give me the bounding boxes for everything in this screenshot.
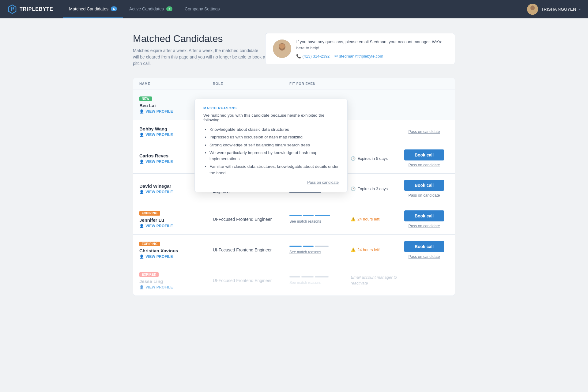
view-profile-link[interactable]: 👤 VIEW PROFILE bbox=[139, 254, 213, 259]
book-call-button[interactable]: Book call bbox=[404, 149, 444, 160]
candidate-info: EXPIRING Jennifer Lu 👤 VIEW PROFILE bbox=[139, 210, 213, 228]
list-item: Impressed us with discussion of hash map… bbox=[209, 134, 339, 140]
table-row: NEW Bec Lai 👤 VIEW PROFILE Generalist, U… bbox=[133, 89, 455, 120]
email-manager-text: Email account manager to reactivate bbox=[351, 275, 400, 286]
list-item: Familiar with classic data structures, k… bbox=[209, 164, 339, 176]
svg-point-4 bbox=[530, 6, 535, 10]
actions-column: Book call Pass on candidate bbox=[400, 241, 449, 259]
tab-company-settings[interactable]: Company Settings bbox=[179, 0, 226, 18]
phone-icon: 📞 bbox=[296, 54, 301, 58]
view-profile-link[interactable]: 👤 VIEW PROFILE bbox=[139, 285, 213, 289]
manager-phone-link[interactable]: 📞 (413) 314-2392 bbox=[296, 54, 330, 58]
manager-avatar bbox=[273, 40, 291, 58]
candidate-role: UI-Focused Frontend Engineer bbox=[213, 217, 289, 222]
page-subtitle: Matches expire after a week. After a wee… bbox=[133, 47, 265, 67]
popup-pass-link[interactable]: Pass on candidate bbox=[203, 180, 339, 185]
fit-bar-2 bbox=[303, 215, 314, 216]
user-icon: 👤 bbox=[139, 133, 144, 137]
list-item: Strong knowledge of self balancing binar… bbox=[209, 142, 339, 148]
navbar: TRIPLEBYTE Matched Candidates 6 Active C… bbox=[0, 0, 588, 18]
user-icon: 👤 bbox=[139, 190, 144, 194]
main-content: Matched Candidates Matches expire after … bbox=[126, 18, 462, 320]
pass-candidate-button[interactable]: Pass on candidate bbox=[409, 224, 440, 228]
candidate-name: Jennifer Lu bbox=[139, 217, 213, 223]
pass-candidate-button[interactable]: Pass on candidate bbox=[409, 163, 440, 167]
clock-icon: 🕐 bbox=[351, 187, 356, 191]
nav-tabs: Matched Candidates 6 Active Candidates 7… bbox=[63, 0, 527, 18]
manager-phone: (413) 314-2392 bbox=[302, 54, 330, 58]
see-match-reasons-link: See match reasons bbox=[289, 281, 351, 285]
col-role: ROLE bbox=[213, 82, 289, 85]
view-profile-link[interactable]: 👤 VIEW PROFILE bbox=[139, 224, 213, 228]
tab-matched-candidates[interactable]: Matched Candidates 6 bbox=[63, 0, 123, 18]
popup-reasons-list: Knowledgable about classic data structur… bbox=[203, 126, 339, 176]
fit-bar-1 bbox=[289, 276, 300, 277]
fit-bars bbox=[289, 215, 351, 216]
expires-text: ⚠️ 24 hours left! bbox=[351, 217, 400, 221]
table-header: NAME ROLE FIT FOR EVEN bbox=[133, 78, 455, 89]
user-icon: 👤 bbox=[139, 224, 144, 228]
svg-point-9 bbox=[279, 44, 285, 49]
fit-bars bbox=[289, 276, 351, 277]
list-item: We were particularly impressed by knowle… bbox=[209, 150, 339, 162]
user-menu[interactable]: TRISHA NGUYEN ▾ bbox=[527, 4, 581, 15]
fit-bar-1 bbox=[289, 215, 302, 216]
fit-bars bbox=[289, 246, 351, 247]
active-badge: 7 bbox=[166, 6, 172, 11]
fit-bar-2 bbox=[301, 276, 314, 277]
manager-avatar-image bbox=[273, 40, 291, 58]
actions-column: Book call Pass on candidate bbox=[400, 149, 449, 167]
manager-email-link[interactable]: ✉ stedman@triplebyte.com bbox=[334, 54, 383, 58]
avatar bbox=[527, 4, 538, 15]
table-row: EXPIRING Jennifer Lu 👤 VIEW PROFILE UI-F… bbox=[133, 204, 455, 235]
triplebyte-logo-icon bbox=[7, 4, 17, 14]
expires-column: Email account manager to reactivate bbox=[351, 275, 400, 286]
svg-rect-2 bbox=[13, 7, 14, 9]
manager-intro-text: If you have any questions, please email … bbox=[296, 39, 447, 51]
candidate-info: EXPIRED Jesse Ling 👤 VIEW PROFILE bbox=[139, 271, 213, 289]
see-match-reasons-link[interactable]: See match reasons bbox=[289, 250, 351, 254]
popup-title: MATCH REASONS bbox=[203, 106, 339, 110]
fit-bar-1 bbox=[289, 246, 302, 247]
tab-active-candidates[interactable]: Active Candidates 7 bbox=[123, 0, 179, 18]
see-match-reasons-link[interactable]: See match reasons bbox=[289, 219, 351, 224]
list-item: Knowledgable about classic data structur… bbox=[209, 126, 339, 133]
actions-column: Book call Pass on candidate bbox=[400, 180, 449, 198]
col-fit: FIT FOR EVEN bbox=[289, 82, 351, 85]
match-reasons-popup: MATCH REASONS We matched you with this c… bbox=[194, 99, 348, 192]
avatar-image bbox=[527, 4, 538, 15]
col-actions bbox=[400, 82, 449, 85]
expires-column: ⚠️ 24 hours left! bbox=[351, 217, 400, 221]
page-title: Matched Candidates bbox=[133, 33, 265, 44]
user-icon: 👤 bbox=[139, 254, 144, 259]
manager-email: stedman@triplebyte.com bbox=[339, 54, 383, 58]
candidate-role: UI-Focused Frontend Engineer bbox=[213, 278, 289, 283]
table-row: EXPIRED Jesse Ling 👤 VIEW PROFILE UI-Foc… bbox=[133, 265, 455, 296]
expires-text: 🕐 Expires in 5 days bbox=[351, 156, 400, 161]
fit-bar-3 bbox=[315, 276, 329, 277]
fit-bar-3 bbox=[315, 246, 329, 247]
badge-expiring: EXPIRING bbox=[139, 211, 160, 216]
svg-rect-1 bbox=[11, 7, 12, 11]
brand[interactable]: TRIPLEBYTE bbox=[7, 4, 53, 14]
pass-candidate-button[interactable]: Pass on candidate bbox=[409, 193, 440, 198]
pass-candidate-button[interactable]: Pass on candidate bbox=[409, 254, 440, 259]
manager-contacts: 📞 (413) 314-2392 ✉ stedman@triplebyte.co… bbox=[296, 54, 447, 58]
candidates-table: NAME ROLE FIT FOR EVEN NEW Bec Lai 👤 VIE… bbox=[133, 78, 455, 296]
actions-column: Pass on candidate bbox=[400, 130, 449, 134]
warning-icon: ⚠️ bbox=[351, 247, 356, 252]
tab-settings-label: Company Settings bbox=[185, 6, 220, 11]
candidate-name: Christian Xavious bbox=[139, 248, 213, 253]
popup-subtitle: We matched you with this candidate becau… bbox=[203, 113, 339, 122]
expires-text: ⚠️ 24 hours left! bbox=[351, 247, 400, 252]
pass-candidate-button[interactable]: Pass on candidate bbox=[409, 130, 440, 134]
book-call-button[interactable]: Book call bbox=[404, 210, 444, 221]
candidate-role: UI-Focused Frontend Engineer bbox=[213, 247, 289, 252]
fit-bar-2 bbox=[303, 246, 314, 247]
actions-column: Book call Pass on candidate bbox=[400, 210, 449, 228]
warning-icon: ⚠️ bbox=[351, 217, 356, 221]
book-call-button[interactable]: Book call bbox=[404, 180, 444, 191]
book-call-button[interactable]: Book call bbox=[404, 241, 444, 252]
matched-badge: 6 bbox=[111, 6, 117, 11]
expires-column: ⚠️ 24 hours left! bbox=[351, 247, 400, 252]
